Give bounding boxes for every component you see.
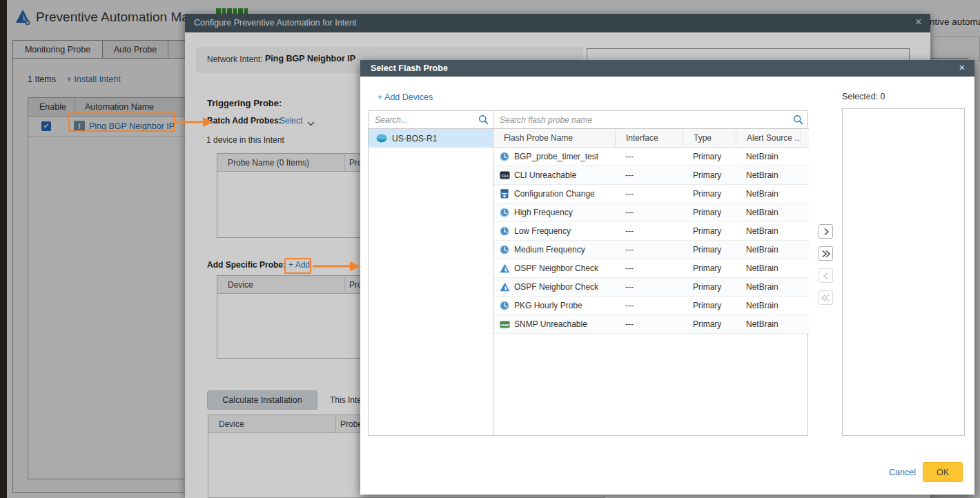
probe-name: OSPF Neighbor Check (514, 282, 598, 292)
flash-probe-row[interactable]: Low Frequency---PrimaryNetBrain (493, 222, 809, 241)
svg-text:CLI: CLI (501, 174, 508, 178)
select-modal-header: Select Flash Probe × (360, 60, 974, 77)
clock-icon (499, 301, 510, 310)
probe-name: High Frequency (514, 208, 573, 217)
probe-name: OSPF Neighbor Check (514, 263, 598, 273)
clock-icon (499, 152, 510, 161)
type: Primary (683, 301, 736, 310)
interface: --- (615, 208, 683, 217)
cli-icon: CLI (499, 171, 510, 179)
flash-probe-table-header: Flash Probe Name Interface Type Alert So… (493, 129, 809, 148)
type: Primary (683, 319, 736, 329)
interface: --- (615, 282, 683, 292)
alert-source: NetBrain (736, 170, 800, 180)
probe-search (493, 111, 809, 129)
clock-icon (499, 245, 510, 255)
alert-source: NetBrain (736, 208, 800, 217)
probe-name: Low Frequency (514, 226, 571, 236)
intent-icon (499, 282, 510, 292)
flash-probe-row[interactable]: OSPF Neighbor Check---PrimaryNetBrain (493, 259, 809, 278)
transfer-add-all-button[interactable] (819, 246, 833, 261)
flash-probe-row[interactable]: High Frequency---PrimaryNetBrain (493, 203, 809, 222)
probe-name: BGP_probe_timer_test (514, 152, 598, 161)
device-search (369, 111, 493, 129)
alert-source: NetBrain (736, 226, 800, 236)
alert-source: NetBrain (736, 189, 800, 199)
flash-probe-row[interactable]: BGP_probe_timer_test---PrimaryNetBrain (493, 148, 809, 166)
select-modal-title: Select Flash Probe (371, 63, 448, 73)
transfer-remove-button[interactable] (819, 268, 833, 283)
intent-icon (499, 263, 510, 273)
flash-probe-row[interactable]: Configuration Change---PrimaryNetBrain (493, 185, 809, 203)
probe-name: SNMP Unreachable (514, 319, 587, 329)
flash-probe-row[interactable]: PKG Hourly Probe---PrimaryNetBrain (493, 297, 809, 315)
alert-source: NetBrain (736, 319, 800, 329)
clock-icon (499, 226, 510, 236)
alert-source: NetBrain (736, 263, 800, 273)
column-interface: Interface (615, 129, 683, 148)
interface: --- (615, 170, 683, 180)
interface: --- (615, 226, 683, 236)
probe-picker-panel: US-BOS-R1 Flash Probe Name Interface Typ… (368, 110, 808, 436)
column-type: Type (683, 129, 736, 148)
probe-name: Configuration Change (514, 189, 595, 199)
device-name: US-BOS-R1 (392, 134, 437, 143)
probe-search-input[interactable] (493, 111, 809, 128)
probe-name: Medium Frequency (514, 245, 585, 255)
svg-text:SNMP: SNMP (500, 323, 509, 326)
column-flash-probe-name: Flash Probe Name (493, 129, 615, 148)
device-search-input[interactable] (369, 111, 493, 128)
cancel-button[interactable]: Cancel (889, 468, 916, 477)
type: Primary (683, 189, 736, 199)
column-alert-source: Alert Source ... (736, 129, 800, 148)
flash-probe-row[interactable]: SNMPSNMP Unreachable---PrimaryNetBrain (493, 315, 809, 334)
device-icon (376, 134, 387, 143)
select-flash-probe-modal: Select Flash Probe × + Add Devices US-BO… (360, 60, 974, 495)
flash-probe-row[interactable]: Medium Frequency---PrimaryNetBrain (493, 241, 809, 259)
flash-probe-table-body: BGP_probe_timer_test---PrimaryNetBrainCL… (493, 148, 809, 334)
search-icon[interactable] (478, 114, 489, 125)
interface: --- (615, 152, 683, 161)
flash-probe-row[interactable]: CLICLI Unreachable---PrimaryNetBrain (493, 166, 809, 185)
alert-source: NetBrain (736, 301, 800, 310)
probe-name: PKG Hourly Probe (514, 301, 582, 310)
flash-probe-row[interactable]: OSPF Neighbor Check---PrimaryNetBrain (493, 278, 809, 297)
type: Primary (683, 170, 736, 180)
interface: --- (615, 301, 683, 310)
selected-probes-panel (842, 108, 965, 436)
transfer-remove-all-button[interactable] (819, 290, 833, 305)
interface: --- (615, 319, 683, 329)
snmp-icon: SNMP (499, 321, 510, 328)
clock-icon (499, 208, 510, 217)
interface: --- (615, 189, 683, 199)
config-icon (499, 189, 510, 199)
search-icon[interactable] (793, 114, 803, 125)
interface: --- (615, 263, 683, 273)
interface: --- (615, 245, 683, 255)
type: Primary (683, 245, 736, 255)
alert-source: NetBrain (736, 282, 800, 292)
probe-name: CLI Unreachable (514, 170, 576, 180)
transfer-add-button[interactable] (819, 224, 833, 239)
close-icon[interactable]: × (957, 61, 968, 73)
screen: Preventive Automation Manager ntive auto… (0, 0, 980, 498)
flash-probe-table: Flash Probe Name Interface Type Alert So… (493, 129, 809, 437)
type: Primary (683, 282, 736, 292)
column-spacer (800, 129, 811, 148)
alert-source: NetBrain (736, 152, 800, 161)
selected-count: Selected: 0 (842, 92, 885, 101)
type: Primary (683, 226, 736, 236)
type: Primary (683, 152, 736, 161)
alert-source: NetBrain (736, 245, 800, 255)
device-list-item[interactable]: US-BOS-R1 (369, 129, 493, 148)
add-devices-link[interactable]: + Add Devices (378, 92, 433, 102)
type: Primary (683, 263, 736, 273)
ok-button[interactable]: OK (923, 462, 963, 482)
type: Primary (683, 208, 736, 217)
